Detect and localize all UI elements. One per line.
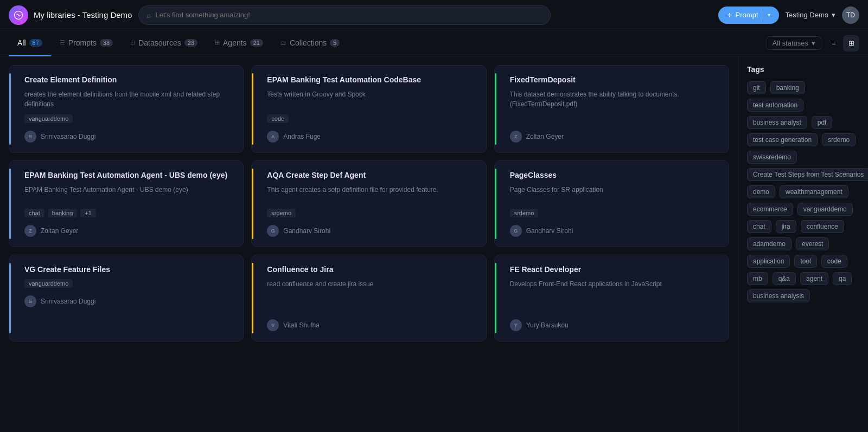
tag-chip[interactable]: git	[747, 81, 766, 94]
workspace-selector[interactable]: Testing Demo ▾	[786, 11, 835, 19]
card-c8[interactable]: Confluence to Jiraread confluence and cr…	[251, 255, 486, 341]
workspace-label: Testing Demo	[786, 11, 828, 19]
tag-chip[interactable]: everest	[796, 237, 829, 250]
card-user-avatar: S	[24, 295, 36, 307]
grid-view-btn[interactable]: ⊞	[843, 35, 859, 51]
card-tag-chip: srdemo	[510, 209, 539, 217]
cards-area: Create Element Definitioncreates the ele…	[0, 56, 738, 432]
prompt-label: Prompt	[736, 11, 758, 19]
card-accent	[495, 169, 496, 239]
card-author: Andras Fuge	[283, 133, 321, 140]
card-footer: SSrinivasarao Duggi	[19, 295, 233, 307]
tag-chip[interactable]: Create Test Steps from Test Scenarios	[747, 168, 868, 181]
card-tag-chip: vanguarddemo	[24, 279, 73, 288]
chevron-down-icon: ▾	[768, 12, 770, 18]
prompt-button[interactable]: + Prompt ▾	[718, 7, 778, 24]
card-c2[interactable]: EPAM Banking Test Automation CodeBaseTes…	[251, 65, 486, 153]
tag-chip[interactable]: vanguarddemo	[797, 203, 853, 216]
card-c3[interactable]: FixedTermDepositThis dataset demonstrate…	[494, 65, 729, 153]
main-tabs: All 87 ☰ Prompts 38 ⊡ Datasources 23 ⊞ A…	[0, 30, 868, 56]
card-accent	[9, 263, 11, 333]
card-title: Confluence to Jira	[261, 265, 476, 274]
tag-chip[interactable]: business analysis	[747, 289, 810, 302]
tab-agents[interactable]: ⊞ Agents 21	[206, 30, 272, 56]
card-user-avatar: G	[510, 225, 522, 237]
card-user-avatar: Z	[24, 225, 36, 237]
card-title: AQA Create Step Def Agent	[261, 171, 476, 179]
tag-chip[interactable]: banking	[770, 81, 805, 94]
user-avatar[interactable]: TD	[842, 7, 859, 24]
view-toggle: ≡ ⊞	[826, 35, 859, 51]
card-title: PageClasses	[505, 171, 719, 179]
tag-chip[interactable]: test case generation	[747, 133, 818, 146]
tag-chip[interactable]: ecommerce	[747, 203, 793, 216]
tab-datasources[interactable]: ⊡ Datasources 23	[122, 30, 206, 56]
tag-chip[interactable]: application	[747, 255, 790, 268]
tag-chip[interactable]: adamdemo	[747, 237, 792, 250]
card-author: Gandharv Sirohi	[283, 227, 330, 235]
tab-collections-label: Collections	[290, 38, 327, 47]
tag-chip[interactable]: tool	[794, 255, 816, 268]
card-author: Zoltan Geyer	[526, 133, 564, 140]
grid-icon: ⊞	[848, 39, 854, 47]
card-accent	[252, 169, 253, 239]
status-filter[interactable]: All statuses ▾	[767, 36, 821, 50]
card-desc: EPAM Banking Test Automation Agent - UBS…	[19, 185, 233, 203]
main-layout: Create Element Definitioncreates the ele…	[0, 56, 868, 432]
tab-collections[interactable]: 🗂 Collections 5	[272, 30, 349, 56]
card-desc: Page Classes for SR application	[505, 185, 719, 203]
card-author: Srinivasarao Duggi	[41, 133, 95, 140]
card-c7[interactable]: VG Create Feature FilesvanguarddemoSSrin…	[9, 255, 244, 341]
card-footer: SSrinivasarao Duggi	[19, 131, 233, 143]
tag-chip[interactable]: q&a	[773, 272, 796, 285]
tab-datasources-badge: 23	[184, 39, 197, 47]
tab-all[interactable]: All 87	[9, 30, 51, 56]
tag-chip[interactable]: demo	[747, 185, 775, 198]
tag-chip[interactable]: code	[821, 255, 847, 268]
card-title: EPAM Banking Test Automation Agent - UBS…	[19, 171, 233, 179]
card-c5[interactable]: AQA Create Step Def AgentThis agent crea…	[251, 160, 486, 247]
tag-chip[interactable]: confluence	[801, 220, 844, 233]
tag-chip[interactable]: wealthmanagement	[780, 185, 848, 198]
card-desc: Tests written in Groovy and Spock	[261, 89, 476, 109]
app-title: My libraries - Testing Demo	[34, 10, 132, 20]
card-author: Vitali Shulha	[283, 321, 320, 329]
tag-chip[interactable]: srdemo	[822, 133, 856, 146]
tag-chip[interactable]: qa	[833, 272, 852, 285]
card-accent	[252, 73, 253, 145]
card-desc: creates the element definitions from the…	[19, 89, 233, 109]
card-c6[interactable]: PageClassesPage Classes for SR applicati…	[494, 160, 729, 247]
card-desc: Develops Front-End React applications in…	[505, 279, 719, 293]
card-c1[interactable]: Create Element Definitioncreates the ele…	[9, 65, 244, 153]
card-accent	[9, 73, 11, 145]
card-c4[interactable]: EPAM Banking Test Automation Agent - UBS…	[9, 160, 244, 247]
tab-all-label: All	[17, 38, 26, 47]
status-chevron-icon: ▾	[812, 39, 815, 47]
tab-datasources-label: Datasources	[138, 38, 181, 47]
tag-chip[interactable]: swissredemo	[747, 151, 797, 164]
card-tag-chip: banking	[48, 209, 78, 217]
card-desc: This dataset demonstrates the ability ta…	[505, 89, 719, 109]
tag-chip[interactable]: business analyst	[747, 116, 807, 129]
card-desc: This agent creates a setp definition fil…	[261, 185, 476, 203]
datasources-icon: ⊡	[130, 39, 135, 46]
workspace-chevron-icon: ▾	[832, 11, 835, 19]
tag-chip[interactable]: mb	[747, 272, 768, 285]
tag-chip[interactable]: agent	[800, 272, 828, 285]
card-footer: ZZoltan Geyer	[19, 225, 233, 237]
search-input[interactable]	[155, 11, 542, 19]
card-desc: read confluence and create jira issue	[261, 279, 476, 293]
card-tag-chip: chat	[24, 209, 44, 217]
search-bar[interactable]: ⌕	[138, 5, 551, 25]
tab-prompts[interactable]: ☰ Prompts 38	[51, 30, 122, 56]
tag-chip[interactable]: jira	[776, 220, 796, 233]
card-user-avatar: Z	[510, 131, 522, 143]
card-footer: GGandharv Sirohi	[261, 225, 476, 237]
tag-chip[interactable]: chat	[747, 220, 771, 233]
app-logo[interactable]	[9, 5, 28, 25]
tag-chip[interactable]: test automation	[747, 99, 803, 112]
tag-chip[interactable]: pdf	[812, 116, 833, 129]
list-view-btn[interactable]: ≡	[826, 35, 842, 51]
card-title: FixedTermDeposit	[505, 75, 719, 84]
card-c9[interactable]: FE React DeveloperDevelops Front-End Rea…	[494, 255, 729, 341]
